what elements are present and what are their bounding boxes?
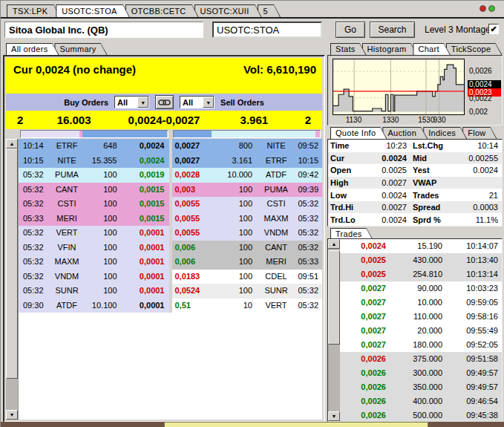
scroll-up-icon[interactable]: ▲ (328, 239, 340, 249)
trade-row[interactable]: 0,0026300.00009:49:57 (340, 366, 502, 380)
scroll-track[interactable] (6, 149, 18, 410)
quote-info-tab-bar: Quote InfoAuctionIndicesFlow (330, 127, 493, 139)
trade-row[interactable]: 0,0026375.00009:51:58 (340, 352, 502, 366)
ask-size: 100 (217, 183, 261, 198)
tab-tsx-lpk[interactable]: TSX:LPK (7, 4, 60, 17)
tab-5[interactable]: 5 (258, 4, 281, 17)
book-row[interactable]: 05:32PUMA1000,00190,002810.000ATDF09:42 (19, 168, 322, 183)
ask-time: 05:33 (292, 255, 322, 270)
bid-side: 05:32VNDM1000,0001 (19, 270, 169, 284)
montage-checkbox[interactable]: ✔ (488, 24, 499, 34)
chevron-down-icon[interactable]: ▼ (203, 97, 214, 108)
book-row[interactable]: 09:30ATDF10.1000,00010,5110VERT05:32 (19, 299, 322, 313)
bid-time: 05:32 (19, 255, 48, 270)
trade-row[interactable]: 0,0027180.00009:52:05 (340, 338, 502, 352)
trade-row[interactable]: 0,0026350.00009:49:57 (340, 380, 502, 394)
ask-price: 0,0055 (172, 212, 217, 226)
ask-time: 05:32 (292, 284, 322, 299)
book-row[interactable]: 10:15NITE15.3550,00240,00273.161ETRF10:1… (19, 154, 322, 169)
scroll-down-icon[interactable]: ▼ (328, 411, 340, 421)
book-row[interactable]: 10:14ETRF6480,00240,0027800NITE09:52 (19, 139, 322, 154)
trade-row[interactable]: 0,0026400.00009:46:54 (340, 394, 502, 408)
ask-size: 800 (217, 139, 261, 154)
ask-size: 10 (217, 299, 261, 313)
scroll-up-icon[interactable]: ▲ (6, 139, 18, 149)
tab-quote-info[interactable]: Quote Info (330, 127, 387, 139)
tab-usotc-xuii[interactable]: USOTC:XUII (194, 4, 262, 17)
bid-size: 648 (85, 139, 126, 154)
scroll-thumb[interactable] (6, 149, 18, 379)
symbol-input[interactable] (212, 22, 322, 38)
book-row[interactable]: 05:32SUNR1000,00010,0524100SUNR05:32 (19, 284, 322, 299)
chart-plot-area (333, 59, 465, 115)
book-row[interactable]: 05:32VERT1000,00010,0055100VNDM05:32 (19, 226, 322, 241)
trade-row[interactable]: 0,002415.19010:14:07 (340, 239, 502, 253)
trade-row[interactable]: 0,002720.00009:55:49 (340, 324, 502, 338)
tab-label: TickScope (447, 44, 502, 55)
book-row[interactable]: 05:32CANT1000,00150,003100PUMA09:39 (19, 183, 322, 198)
book-row[interactable]: 05:32VFIN1000,00010,006100CANT05:32 (19, 241, 322, 255)
ask-total-volume: 3.961 (215, 114, 294, 126)
ask-side: 0,0055100MAXM05:32 (172, 212, 323, 226)
bid-time: 05:33 (19, 212, 48, 226)
bid-side: 05:32PUMA1000,0019 (19, 168, 169, 183)
tab-otcbb-cetc[interactable]: OTCBB:CETC (125, 4, 199, 17)
horizontal-scrollbar-thumb[interactable] (164, 422, 428, 427)
ask-price: 0,006 (172, 255, 217, 270)
quote-row: Cur0.0024Mid0.00255 (328, 152, 502, 165)
scroll-thumb[interactable] (328, 250, 340, 345)
ask-size: 100 (217, 241, 261, 255)
trades-scrollbar[interactable]: ▲▼ (328, 239, 340, 421)
book-row[interactable]: 05:32CSTI1000,00150,0055100CSTI05:32 (19, 197, 322, 212)
quote-label: Yest (413, 166, 454, 175)
search-button[interactable]: Search (370, 22, 415, 38)
tab-indices[interactable]: Indices (423, 127, 467, 139)
order-book-scrollbar[interactable]: ▲▼ (6, 139, 18, 420)
ask-side: 0,0524100SUNR05:32 (172, 284, 323, 299)
tab-histogram[interactable]: Histogram (362, 43, 418, 55)
trade-row[interactable]: 0,0026500.00009:45:38 (340, 408, 502, 423)
quote-row: Trd.Hi0.0027Spread0.0003 (328, 201, 502, 214)
trade-row[interactable]: 0,002710.00009:59:05 (340, 296, 502, 310)
chevron-down-icon[interactable]: ▼ (137, 97, 148, 108)
sell-orders-label: Sell Orders (220, 98, 264, 107)
trade-time: 09:58:16 (442, 310, 502, 324)
tab-auction[interactable]: Auction (382, 127, 428, 139)
quote-row: Open0.0025Yest0.0024 (328, 164, 502, 177)
link-filters-button[interactable] (155, 95, 174, 109)
tab-all-orders[interactable]: All orders (6, 43, 59, 55)
tab-summary[interactable]: Summary (54, 43, 107, 55)
scroll-down-icon[interactable]: ▼ (6, 410, 18, 420)
horizontal-scrollbar[interactable] (1, 422, 504, 427)
tab-tickscope[interactable]: TickScope (446, 43, 503, 55)
trade-row[interactable]: 0,0027110.00009:58:16 (340, 310, 502, 324)
tab-stats[interactable]: Stats (330, 43, 367, 55)
trade-size: 300.000 (386, 366, 442, 380)
trade-time: 09:49:57 (442, 366, 502, 380)
trade-row[interactable]: 0,0025254.81010:13:14 (340, 267, 502, 281)
trade-row[interactable]: 0,0025430.00010:13:40 (340, 253, 502, 267)
tab-flow[interactable]: Flow (462, 127, 497, 139)
trade-time: 09:45:38 (442, 408, 502, 423)
book-row[interactable]: 05:32MAXM1000,00010,006100MERI05:33 (19, 255, 322, 270)
bid-size: 10.100 (85, 299, 126, 313)
bid-time: 05:32 (19, 270, 48, 284)
book-row[interactable]: 05:32VNDM1000,00010,0183100CDEL09:51 (19, 270, 322, 284)
sell-filter-dropdown[interactable]: All ▼ (180, 96, 215, 108)
tab-label: Histogram (363, 44, 417, 55)
bid-market-maker: VNDM (48, 270, 85, 284)
tab-usotc-stoa[interactable]: USOTC:STOA (56, 4, 129, 17)
book-row[interactable]: 05:33MERI1000,00150,0055100MAXM05:32 (19, 212, 322, 226)
buy-filter-dropdown[interactable]: All ▼ (114, 96, 149, 108)
scroll-track[interactable] (328, 249, 340, 411)
ask-size: 100 (217, 226, 261, 241)
bid-side: 10:15NITE15.3550,0024 (19, 154, 169, 169)
trade-row[interactable]: 0,002790.00010:03:23 (340, 281, 502, 296)
ask-price: 0,003 (172, 183, 217, 198)
tab-chart[interactable]: Chart (413, 43, 450, 55)
go-button[interactable]: Go (336, 22, 365, 38)
ask-time: 09:51 (292, 270, 322, 284)
quote-value: 11.1% (454, 215, 502, 224)
trade-time: 09:49:57 (442, 380, 502, 394)
ask-side: 0,006100CANT05:32 (172, 241, 323, 255)
